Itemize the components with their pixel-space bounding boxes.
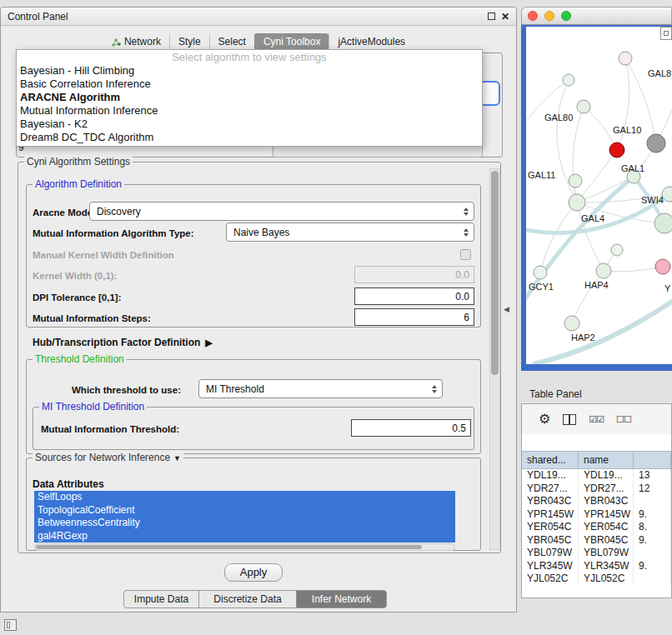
hub-definition-label: Hub/Transcription Factor Definition — [33, 337, 200, 348]
zoom-traffic-icon[interactable] — [561, 11, 571, 21]
network-node[interactable] — [569, 174, 582, 188]
algorithm-option[interactable]: Mutual Information Inference — [17, 104, 482, 118]
table-row[interactable]: YER054CYER054C8. — [522, 521, 671, 534]
network-edge[interactable] — [617, 58, 629, 150]
column-header[interactable] — [634, 452, 671, 468]
aracne-mode-value: Discovery — [97, 206, 141, 218]
network-edge[interactable] — [533, 300, 672, 364]
dpi-tolerance-label: DPI Tolerance [0,1]: — [33, 292, 122, 302]
data-attribute-item[interactable]: gal4RGexp — [34, 530, 455, 543]
table-row[interactable]: YLR345WYLR345W9. — [522, 560, 671, 573]
table-row[interactable]: YBR045CYBR045C9. — [522, 534, 671, 548]
table-cell: YJL052C — [579, 572, 634, 586]
mi-steps-input[interactable] — [354, 308, 474, 326]
algorithm-option[interactable]: Basic Correlation Inference — [17, 78, 482, 91]
node-label: Y — [664, 283, 671, 293]
data-attribute-item[interactable]: SelfLoops — [34, 491, 455, 504]
table-cell: 8. — [634, 521, 671, 534]
data-attribute-item[interactable]: BetweennessCentrality — [34, 517, 455, 530]
network-node[interactable] — [655, 259, 670, 274]
table-cell — [634, 572, 671, 586]
network-graph[interactable]: GAL8GAL80GAL10GAL11GAL1SWI4GAL4GCY1HAP4H… — [526, 27, 672, 364]
algorithm-option[interactable]: Bayesian - Hill Climbing — [17, 64, 482, 78]
which-threshold-select[interactable]: MI Threshold — [198, 379, 443, 398]
network-node[interactable] — [563, 74, 574, 86]
close-traffic-icon[interactable] — [528, 11, 538, 21]
table-row[interactable]: YJL052CYJL052C — [522, 572, 671, 586]
table-row[interactable]: YDR27...YDR27...12 — [522, 482, 671, 496]
birdseye-toggle[interactable] — [660, 27, 672, 40]
scrollbar-thumb[interactable] — [491, 171, 499, 375]
table-row[interactable]: YBL079WYBL079W — [522, 547, 671, 560]
hub-definition-expander[interactable]: Hub/Transcription Factor Definition▶ — [33, 337, 213, 348]
network-node[interactable] — [654, 213, 672, 233]
select-all-icon[interactable]: ☑☑ — [589, 414, 604, 425]
table-cell: 9. — [634, 508, 671, 522]
column-header[interactable]: name — [579, 452, 634, 468]
algorithm-option[interactable]: ARACNE Algorithm — [17, 91, 482, 104]
table-row[interactable]: YBR043CYBR043C — [522, 495, 671, 508]
node-label: GAL80 — [544, 112, 573, 122]
tab-jactivemodules[interactable]: jActiveModules — [328, 33, 414, 50]
apply-button[interactable]: Apply — [224, 563, 283, 582]
tab-network[interactable]: Network — [103, 33, 169, 50]
network-canvas[interactable]: GAL8GAL80GAL10GAL11GAL1SWI4GAL4GCY1HAP4H… — [526, 27, 672, 364]
tab-cyni-toolbox[interactable]: Cyni Toolbox — [254, 33, 328, 50]
float-window-icon[interactable] — [488, 12, 495, 20]
data-attribute-item[interactable]: TopologicalCoefficient — [34, 504, 455, 518]
combo-arrows-icon — [464, 228, 469, 237]
network-node[interactable] — [609, 142, 624, 158]
minimize-traffic-icon[interactable] — [544, 11, 554, 21]
table-cell: YBL079W — [522, 547, 579, 560]
network-edge[interactable] — [604, 267, 663, 272]
settings-gear-icon[interactable]: ⚙ — [539, 412, 550, 426]
network-node[interactable] — [619, 52, 632, 65]
deselect-all-icon[interactable]: ☐☐ — [616, 414, 631, 425]
network-node[interactable] — [596, 263, 611, 278]
network-frame: GAL8GAL80GAL10GAL11GAL1SWI4GAL4GCY1HAP4H… — [521, 25, 672, 371]
network-edge[interactable] — [584, 107, 617, 150]
data-attributes-list[interactable]: SelfLoopsTopologicalCoefficientBetweenne… — [34, 491, 455, 542]
scrollbar-thumb[interactable] — [36, 545, 422, 549]
tab-impute-data[interactable]: Impute Data — [123, 590, 199, 608]
tab-label: Network — [124, 36, 161, 48]
algorithm-option[interactable]: Bayesian - K2 — [17, 118, 482, 131]
network-node[interactable] — [569, 194, 585, 211]
sources-expander[interactable]: Sources for Network Inference▼ — [33, 452, 183, 463]
aracne-mode-select[interactable]: Discovery — [89, 202, 474, 221]
table-cell: 13 — [634, 469, 671, 482]
algorithm-option[interactable]: Dream8 DC_TDC Algorithm — [17, 131, 482, 144]
attribute-list-hscrollbar[interactable] — [34, 543, 455, 551]
dpi-tolerance-input[interactable] — [354, 288, 474, 305]
settings-vscrollbar[interactable] — [489, 168, 500, 550]
network-node[interactable] — [534, 266, 547, 279]
table-body: YDL19...YDL19...13YDR27...YDR27...12YBR0… — [522, 469, 671, 598]
table-row[interactable]: YPR145WYPR145W9. — [522, 508, 671, 522]
control-panel-dock-icon[interactable] — [4, 619, 17, 631]
mi-type-select[interactable]: Naive Bayes — [226, 222, 474, 242]
close-icon[interactable]: ✕ — [501, 12, 509, 21]
table-row[interactable]: YDL19...YDL19...13 — [522, 469, 671, 482]
tab-discretize-data[interactable]: Discretize Data — [198, 590, 297, 608]
network-node[interactable] — [564, 316, 579, 331]
tab-style[interactable]: Style — [169, 33, 209, 50]
manual-kernel-checkbox[interactable] — [460, 249, 471, 260]
mi-threshold-input[interactable] — [351, 419, 471, 437]
network-edge[interactable] — [577, 177, 634, 202]
birdseye-icon — [664, 31, 669, 36]
network-node[interactable] — [611, 244, 623, 256]
table-cell: YDL19... — [579, 469, 634, 482]
tab-infer-network[interactable]: Infer Network — [296, 590, 387, 608]
column-selector-icon[interactable] — [563, 414, 576, 425]
control-panel-titlebar: Control Panel ✕ — [1, 8, 516, 26]
kernel-width-input[interactable] — [354, 266, 474, 283]
expander-arrow-icon: ▶ — [205, 338, 212, 348]
network-edge[interactable] — [572, 271, 604, 323]
table-panel-title: Table Panel — [529, 388, 582, 400]
network-node[interactable] — [577, 100, 590, 113]
network-node[interactable] — [647, 134, 665, 152]
column-header[interactable]: shared... — [522, 452, 579, 468]
panel-collapse-grip[interactable]: ◀ — [504, 305, 509, 313]
table-cell: YPR145W — [579, 508, 634, 522]
tab-select[interactable]: Select — [209, 33, 254, 50]
